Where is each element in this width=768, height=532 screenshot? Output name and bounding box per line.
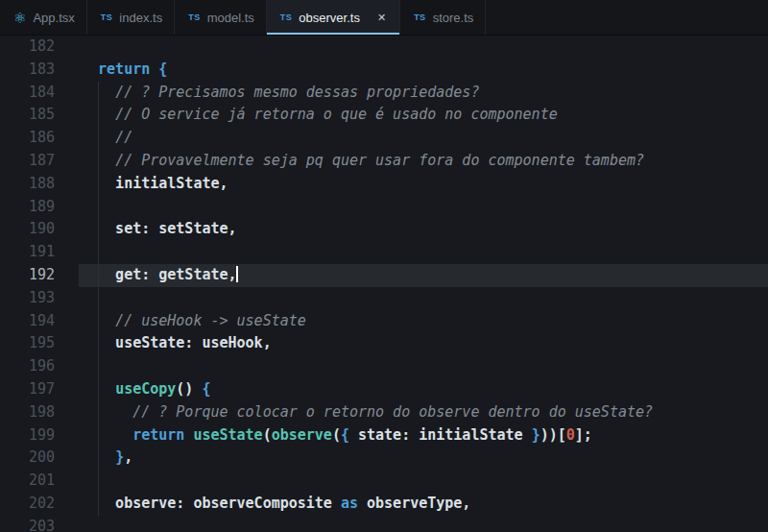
line-number[interactable]: 193 (0, 287, 79, 310)
token-plain (150, 60, 158, 78)
code-line-203[interactable]: 203 (0, 516, 768, 532)
token-plain (81, 380, 115, 398)
code-line-186[interactable]: 186 // (0, 127, 768, 150)
code-line-194[interactable]: 194 // useHook -> useState (0, 310, 768, 333)
line-content[interactable]: observe: observeComposite as observeType… (79, 493, 768, 516)
editor-tab-bar: ⚛App.tsxTSindex.tsTSmodel.tsTSobserver.t… (0, 0, 768, 36)
token-plain: observe: observeComposite (81, 495, 341, 512)
line-number[interactable]: 188 (0, 173, 79, 196)
tab-label: App.tsx (33, 11, 74, 25)
tab-model-ts[interactable]: TSmodel.ts (175, 0, 267, 35)
code-line-182[interactable]: 182 (0, 36, 768, 59)
line-number[interactable]: 184 (0, 82, 79, 105)
tab-label: model.ts (207, 11, 254, 25)
line-number[interactable]: 182 (0, 36, 79, 59)
code-line-201[interactable]: 201 (0, 470, 768, 493)
token-keyword: } (532, 426, 540, 444)
line-content[interactable]: initialState, (79, 173, 768, 196)
line-number[interactable]: 183 (0, 59, 79, 82)
line-content[interactable] (79, 516, 768, 532)
line-content[interactable]: return { (79, 59, 768, 82)
token-plain (81, 403, 132, 421)
code-line-193[interactable]: 193 (0, 287, 768, 310)
line-content[interactable] (79, 287, 768, 310)
close-tab-icon[interactable]: ✕ (375, 11, 388, 25)
code-line-191[interactable]: 191 (0, 241, 768, 264)
ts-icon: TS (101, 12, 113, 22)
line-number[interactable]: 199 (0, 424, 79, 447)
token-plain: state: initialState (349, 426, 532, 444)
line-number[interactable]: 203 (0, 516, 79, 532)
line-number[interactable]: 197 (0, 378, 79, 401)
token-plain (81, 84, 115, 101)
line-number[interactable]: 186 (0, 127, 79, 150)
line-content[interactable]: }, (79, 447, 768, 470)
line-content[interactable]: return useState(observe({ state: initial… (79, 424, 768, 447)
code-line-185[interactable]: 185 // O service já retorna o que é usad… (0, 104, 768, 127)
token-number: 0 (566, 426, 575, 444)
tab-bar-empty-space (486, 0, 768, 35)
token-plain: ]; (575, 426, 592, 444)
line-content[interactable]: // (79, 127, 768, 150)
code-line-192[interactable]: 192 get: getState, (0, 264, 768, 287)
tab-store-ts[interactable]: TSstore.ts (400, 0, 486, 35)
token-plain: get: getState, (81, 266, 237, 283)
tab-observer-ts[interactable]: TSobserver.ts✕ (267, 0, 400, 35)
line-content[interactable] (79, 36, 768, 59)
line-number[interactable]: 194 (0, 310, 79, 333)
token-comment: // ? Precisamos mesmo dessas propriedade… (115, 84, 479, 101)
code-line-188[interactable]: 188 initialState, (0, 173, 768, 196)
code-line-200[interactable]: 200 }, (0, 447, 768, 470)
ts-icon: TS (414, 12, 426, 22)
code-line-183[interactable]: 183 return { (0, 59, 768, 82)
line-content[interactable]: useState: useHook, (79, 332, 768, 355)
code-editor[interactable]: 182183 return {184 // ? Precisamos mesmo… (0, 36, 768, 531)
line-number[interactable]: 200 (0, 447, 79, 470)
line-number[interactable]: 196 (0, 355, 79, 378)
line-content[interactable] (79, 196, 768, 219)
line-number[interactable]: 202 (0, 493, 79, 516)
code-line-195[interactable]: 195 useState: useHook, (0, 332, 768, 355)
code-line-187[interactable]: 187 // Provavelmente seja pq quer usar f… (0, 150, 768, 173)
line-content[interactable]: // Provavelmente seja pq quer usar fora … (79, 150, 768, 173)
code-line-197[interactable]: 197 useCopy() { (0, 378, 768, 401)
line-content[interactable]: // O service já retorna o que é usado no… (79, 104, 768, 127)
line-content[interactable]: // ? Precisamos mesmo dessas propriedade… (79, 82, 768, 105)
text-cursor (236, 266, 238, 282)
code-line-196[interactable]: 196 (0, 355, 768, 378)
line-content[interactable]: // ? Porque colocar o retorno do observe… (79, 401, 768, 424)
line-number[interactable]: 187 (0, 150, 79, 173)
tab-index-ts[interactable]: TSindex.ts (87, 0, 175, 35)
code-line-184[interactable]: 184 // ? Precisamos mesmo dessas proprie… (0, 82, 768, 105)
line-number[interactable]: 192 (0, 264, 79, 287)
token-plain (81, 129, 115, 146)
line-content[interactable]: useCopy() { (79, 378, 768, 401)
line-content[interactable] (79, 241, 768, 264)
line-number[interactable]: 189 (0, 196, 79, 219)
tab-app-tsx[interactable]: ⚛App.tsx (0, 0, 87, 35)
token-comment: // ? Porque colocar o retorno do observe… (132, 403, 653, 421)
token-plain (81, 152, 115, 169)
line-number[interactable]: 185 (0, 104, 79, 127)
line-number[interactable]: 195 (0, 332, 79, 355)
line-content[interactable]: get: getState, (79, 264, 768, 287)
line-content[interactable]: // useHook -> useState (79, 310, 768, 333)
token-plain (81, 448, 115, 466)
token-plain: initialState, (81, 175, 228, 192)
line-number[interactable]: 190 (0, 218, 79, 241)
line-content[interactable] (79, 470, 768, 493)
token-plain (81, 426, 132, 444)
line-content[interactable]: set: setState, (79, 218, 768, 241)
token-function: observe (272, 426, 332, 444)
line-content[interactable] (79, 355, 768, 378)
code-line-198[interactable]: 198 // ? Porque colocar o retorno do obs… (0, 401, 768, 424)
code-line-199[interactable]: 199 return useState(observe({ state: ini… (0, 424, 768, 447)
tab-label: store.ts (433, 11, 474, 25)
line-number[interactable]: 198 (0, 401, 79, 424)
code-line-202[interactable]: 202 observe: observeComposite as observe… (0, 493, 768, 516)
code-line-190[interactable]: 190 set: setState, (0, 218, 768, 241)
token-keyword: { (158, 60, 167, 78)
line-number[interactable]: 201 (0, 470, 79, 493)
code-line-189[interactable]: 189 (0, 196, 768, 219)
line-number[interactable]: 191 (0, 241, 79, 264)
